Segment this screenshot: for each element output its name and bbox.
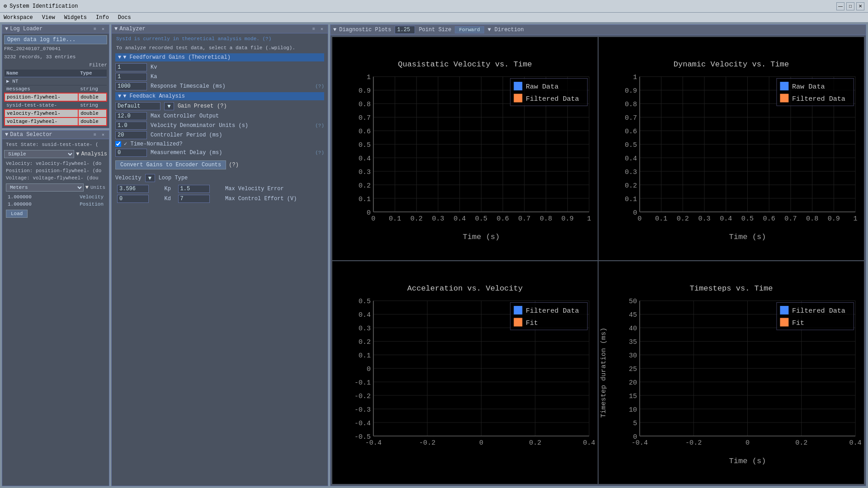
log-loader-header-left: ▼ Log Loader [5, 26, 42, 32]
gain-preset-row: ▼ Gain Preset (?) [115, 102, 324, 110]
plots-grid: 00.10.20.30.40.50.60.70.80.9100.10.20.30… [330, 35, 866, 486]
response-timescale-help[interactable]: (?) [315, 84, 324, 89]
svg-text:0: 0 [371, 215, 375, 223]
kd-row: Kd Max Control Effort (V) [115, 194, 324, 204]
time-normalized-checkbox[interactable] [115, 141, 121, 147]
ds-field-info: Voltage: voltage-flywheel- (dou [4, 174, 107, 182]
ka-label: Ka [151, 74, 324, 80]
svg-text:Time (s): Time (s) [729, 457, 766, 465]
data-selector-close-icon[interactable]: ✕ [100, 131, 106, 138]
load-button[interactable]: Load [6, 210, 28, 218]
feedback-header[interactable]: ▼ ▼ Feedback Analysis [115, 92, 324, 100]
title-bar-left: ⚙ System Identification [4, 3, 78, 9]
svg-text:Filtered Data: Filtered Data [792, 307, 845, 315]
sysid-info-1: SysId is currently in theoretical analys… [115, 35, 324, 42]
log-type-cell: string [78, 85, 107, 94]
analyzer-content: SysId is currently in theoretical analys… [112, 33, 328, 486]
response-timescale-input[interactable] [115, 82, 147, 90]
controller-period-input[interactable] [115, 131, 147, 139]
plot-svg-0: 00.10.20.30.40.50.60.70.80.9100.10.20.30… [332, 37, 598, 260]
svg-text:0.5: 0.5 [741, 215, 754, 223]
point-size-label: Point Size [419, 27, 451, 33]
svg-text:0.2: 0.2 [410, 215, 423, 223]
direction-triangle: ▼ [488, 27, 491, 33]
feedforward-header[interactable]: ▼ ▼ Feedforward Gains (Theoretical) [115, 53, 324, 61]
menu-widgets[interactable]: Widgets [62, 14, 89, 21]
svg-text:1: 1 [367, 73, 371, 81]
maximize-button[interactable]: □ [846, 2, 854, 10]
log-loader-close-icon[interactable]: ✕ [100, 26, 106, 32]
svg-text:0.5: 0.5 [625, 141, 637, 149]
log-loader-menu-icon[interactable]: ≡ [92, 26, 98, 32]
loop-type-label: Velocity [115, 175, 142, 181]
analysis-type-select[interactable]: Simple [4, 150, 74, 158]
analyzer-close-icon[interactable]: ✕ [319, 26, 325, 32]
svg-text:0.2: 0.2 [677, 215, 689, 223]
log-loader-triangle: ▼ [5, 26, 8, 32]
sysid-help[interactable]: (?) [262, 36, 271, 42]
log-type-cell: double [78, 109, 107, 117]
menu-info[interactable]: Info [94, 14, 111, 21]
svg-text:0.2: 0.2 [359, 338, 371, 346]
feedforward-triangle: ▼ [118, 54, 121, 61]
svg-text:1: 1 [633, 73, 637, 81]
svg-text:40: 40 [629, 324, 637, 333]
svg-text:0.7: 0.7 [784, 215, 797, 223]
test-state-label: Test State: susid-test-state- ( [4, 141, 107, 148]
svg-text:-0.2: -0.2 [685, 438, 702, 446]
data-selector-menu-icon[interactable]: ≡ [92, 131, 98, 138]
data-selector-panel: ▼ Data Selector ≡ ✕ Test State: susid-te… [2, 130, 109, 486]
ds-entry-row: 1.000000Position [6, 201, 105, 208]
kp-input[interactable] [117, 185, 149, 193]
kd-label: Kd [162, 194, 176, 204]
svg-text:-0.3: -0.3 [354, 405, 371, 413]
diag-title: Diagnostic Plots [339, 27, 391, 33]
close-button[interactable]: ✕ [856, 2, 864, 10]
measurement-delay-help[interactable]: (?) [315, 150, 324, 155]
plot-container-3: -0.4-0.200.20.405101520253035404550Time … [599, 261, 864, 484]
main-layout: ▼ Log Loader ≡ ✕ Open data log file... F… [0, 23, 868, 488]
svg-text:0.3: 0.3 [359, 324, 371, 333]
minimize-button[interactable]: — [836, 2, 844, 10]
svg-text:0: 0 [479, 438, 483, 446]
convert-gains-button[interactable]: Convert Gains to Encoder Counts [115, 160, 226, 169]
analysis-type-row: Simple ▼ Analysis [4, 150, 107, 158]
svg-text:0.3: 0.3 [698, 215, 710, 223]
max-controller-input[interactable] [115, 112, 147, 120]
forward-button[interactable]: Forward [455, 26, 484, 33]
svg-text:0.2: 0.2 [529, 438, 541, 446]
col-name: Name [5, 70, 78, 77]
menu-workspace[interactable]: Workspace [2, 14, 35, 21]
svg-text:0.4: 0.4 [849, 438, 861, 446]
svg-text:Time (s): Time (s) [463, 233, 500, 241]
loop-type-dropdown[interactable]: ▼ [145, 174, 155, 182]
ka-input[interactable] [115, 73, 147, 81]
convert-help[interactable]: (?) [229, 162, 239, 168]
gain-preset-dropdown[interactable]: ▼ [164, 102, 174, 110]
max-effort-input[interactable] [178, 195, 210, 203]
point-size-input[interactable] [395, 26, 415, 34]
gain-preset-input[interactable] [115, 102, 160, 110]
ds-entry-value: 1.000000 [6, 201, 56, 208]
menu-view[interactable]: View [40, 14, 57, 21]
analyzer-menu-icon[interactable]: ≡ [311, 26, 317, 32]
kv-input[interactable] [115, 63, 147, 71]
svg-rect-188 [780, 306, 788, 314]
measurement-delay-input[interactable] [115, 149, 147, 157]
log-name-cell: sysid-test-state- [5, 101, 78, 109]
ds-entry-value: 1.000000 [6, 193, 56, 201]
diag-triangle: ▼ [333, 27, 336, 33]
open-log-button[interactable]: Open data log file... [4, 35, 107, 44]
units-select[interactable]: Meters [6, 183, 84, 192]
response-timescale-label: Response Timescale (ms) [151, 83, 311, 89]
vel-denom-input[interactable] [115, 122, 147, 130]
analyzer-header-left: ▼ Analyzer [114, 26, 146, 32]
vel-denom-help[interactable]: (?) [315, 123, 324, 128]
gain-preset-help[interactable]: (?) [217, 103, 227, 109]
svg-text:0.1: 0.1 [359, 195, 371, 203]
menu-docs[interactable]: Docs [116, 14, 133, 21]
max-vel-error-input[interactable] [178, 185, 210, 193]
app-title: System Identification [9, 3, 78, 9]
log-name-cell: position-flywheel- [5, 93, 78, 101]
kd-input[interactable] [117, 195, 149, 203]
